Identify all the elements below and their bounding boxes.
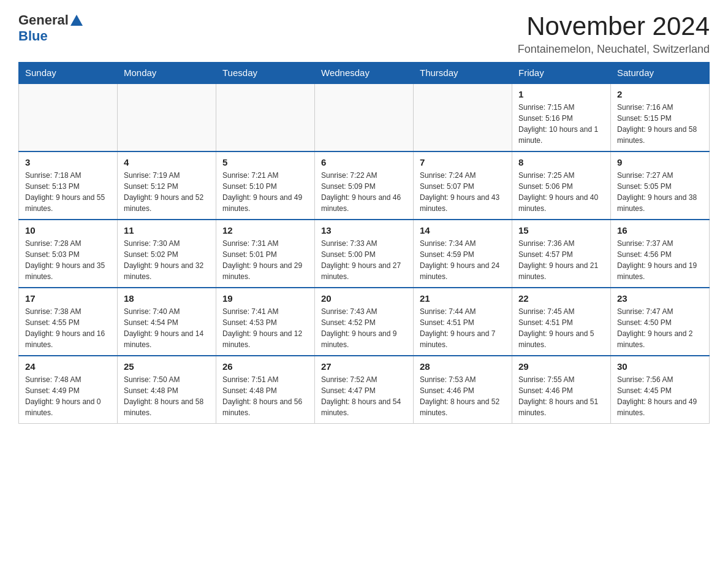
day-number: 8 xyxy=(518,157,604,167)
calendar-cell: 5Sunrise: 7:21 AM Sunset: 5:10 PM Daylig… xyxy=(216,151,315,220)
day-number: 1 xyxy=(518,89,604,99)
day-number: 11 xyxy=(124,225,210,236)
day-info: Sunrise: 7:50 AM Sunset: 4:48 PM Dayligh… xyxy=(124,374,210,418)
calendar-cell: 12Sunrise: 7:31 AM Sunset: 5:01 PM Dayli… xyxy=(216,220,315,288)
day-number: 15 xyxy=(518,225,604,236)
day-number: 22 xyxy=(518,293,604,304)
calendar-week-row: 10Sunrise: 7:28 AM Sunset: 5:03 PM Dayli… xyxy=(19,220,710,288)
calendar-cell: 7Sunrise: 7:24 AM Sunset: 5:07 PM Daylig… xyxy=(414,151,512,220)
calendar-cell: 18Sunrise: 7:40 AM Sunset: 4:54 PM Dayli… xyxy=(118,288,216,356)
day-info: Sunrise: 7:56 AM Sunset: 4:45 PM Dayligh… xyxy=(617,374,703,418)
calendar-header-monday: Monday xyxy=(118,63,216,84)
day-info: Sunrise: 7:52 AM Sunset: 4:47 PM Dayligh… xyxy=(321,374,407,418)
calendar-cell: 19Sunrise: 7:41 AM Sunset: 4:53 PM Dayli… xyxy=(216,288,315,356)
main-title: November 2024 xyxy=(518,12,710,40)
calendar-cell: 16Sunrise: 7:37 AM Sunset: 4:56 PM Dayli… xyxy=(611,220,710,288)
page-header: General Blue November 2024 Fontainemelon… xyxy=(18,12,710,56)
calendar-cell: 20Sunrise: 7:43 AM Sunset: 4:52 PM Dayli… xyxy=(315,288,414,356)
calendar-cell: 3Sunrise: 7:18 AM Sunset: 5:13 PM Daylig… xyxy=(19,151,118,220)
calendar-cell: 4Sunrise: 7:19 AM Sunset: 5:12 PM Daylig… xyxy=(118,151,216,220)
day-info: Sunrise: 7:19 AM Sunset: 5:12 PM Dayligh… xyxy=(124,170,210,214)
day-info: Sunrise: 7:30 AM Sunset: 5:02 PM Dayligh… xyxy=(124,238,210,282)
day-info: Sunrise: 7:47 AM Sunset: 4:50 PM Dayligh… xyxy=(617,306,703,350)
day-number: 3 xyxy=(25,157,111,167)
title-block: November 2024 Fontainemelon, Neuchatel, … xyxy=(518,12,710,56)
day-number: 10 xyxy=(25,225,111,236)
calendar-cell: 23Sunrise: 7:47 AM Sunset: 4:50 PM Dayli… xyxy=(611,288,710,356)
logo-general-text: General xyxy=(18,12,69,28)
day-info: Sunrise: 7:15 AM Sunset: 5:16 PM Dayligh… xyxy=(518,102,604,146)
calendar-table: SundayMondayTuesdayWednesdayThursdayFrid… xyxy=(18,62,710,424)
calendar-week-row: 3Sunrise: 7:18 AM Sunset: 5:13 PM Daylig… xyxy=(19,151,710,220)
calendar-cell xyxy=(216,83,315,151)
calendar-cell: 13Sunrise: 7:33 AM Sunset: 5:00 PM Dayli… xyxy=(315,220,414,288)
day-info: Sunrise: 7:40 AM Sunset: 4:54 PM Dayligh… xyxy=(124,306,210,350)
calendar-cell: 9Sunrise: 7:27 AM Sunset: 5:05 PM Daylig… xyxy=(611,151,710,220)
day-info: Sunrise: 7:43 AM Sunset: 4:52 PM Dayligh… xyxy=(321,306,407,350)
day-info: Sunrise: 7:37 AM Sunset: 4:56 PM Dayligh… xyxy=(617,238,703,282)
day-number: 5 xyxy=(222,157,308,167)
calendar-cell: 2Sunrise: 7:16 AM Sunset: 5:15 PM Daylig… xyxy=(611,83,710,151)
day-info: Sunrise: 7:25 AM Sunset: 5:06 PM Dayligh… xyxy=(518,170,604,214)
day-number: 17 xyxy=(25,293,111,304)
day-info: Sunrise: 7:27 AM Sunset: 5:05 PM Dayligh… xyxy=(617,170,703,214)
calendar-cell xyxy=(414,83,512,151)
day-info: Sunrise: 7:55 AM Sunset: 4:46 PM Dayligh… xyxy=(518,374,604,418)
day-info: Sunrise: 7:21 AM Sunset: 5:10 PM Dayligh… xyxy=(222,170,308,214)
subtitle: Fontainemelon, Neuchatel, Switzerland xyxy=(518,43,710,56)
day-number: 4 xyxy=(124,157,210,167)
day-number: 13 xyxy=(321,225,407,236)
calendar-header-friday: Friday xyxy=(512,63,611,84)
day-number: 26 xyxy=(222,361,308,372)
calendar-cell: 1Sunrise: 7:15 AM Sunset: 5:16 PM Daylig… xyxy=(512,83,611,151)
calendar-cell: 29Sunrise: 7:55 AM Sunset: 4:46 PM Dayli… xyxy=(512,356,611,424)
day-info: Sunrise: 7:24 AM Sunset: 5:07 PM Dayligh… xyxy=(420,170,506,214)
day-number: 21 xyxy=(420,293,506,304)
calendar-cell: 11Sunrise: 7:30 AM Sunset: 5:02 PM Dayli… xyxy=(118,220,216,288)
calendar-cell: 25Sunrise: 7:50 AM Sunset: 4:48 PM Dayli… xyxy=(118,356,216,424)
calendar-cell xyxy=(19,83,118,151)
day-info: Sunrise: 7:31 AM Sunset: 5:01 PM Dayligh… xyxy=(222,238,308,282)
day-info: Sunrise: 7:22 AM Sunset: 5:09 PM Dayligh… xyxy=(321,170,407,214)
calendar-header-sunday: Sunday xyxy=(19,63,118,84)
calendar-cell: 6Sunrise: 7:22 AM Sunset: 5:09 PM Daylig… xyxy=(315,151,414,220)
calendar-cell: 24Sunrise: 7:48 AM Sunset: 4:49 PM Dayli… xyxy=(19,356,118,424)
day-number: 9 xyxy=(617,157,703,167)
day-info: Sunrise: 7:48 AM Sunset: 4:49 PM Dayligh… xyxy=(25,374,111,418)
calendar-cell xyxy=(118,83,216,151)
day-info: Sunrise: 7:16 AM Sunset: 5:15 PM Dayligh… xyxy=(617,102,703,146)
day-number: 29 xyxy=(518,361,604,372)
day-number: 6 xyxy=(321,157,407,167)
calendar-cell: 30Sunrise: 7:56 AM Sunset: 4:45 PM Dayli… xyxy=(611,356,710,424)
day-info: Sunrise: 7:38 AM Sunset: 4:55 PM Dayligh… xyxy=(25,306,111,350)
calendar-week-row: 17Sunrise: 7:38 AM Sunset: 4:55 PM Dayli… xyxy=(19,288,710,356)
calendar-cell: 8Sunrise: 7:25 AM Sunset: 5:06 PM Daylig… xyxy=(512,151,611,220)
day-number: 19 xyxy=(222,293,308,304)
day-number: 12 xyxy=(222,225,308,236)
calendar-header-tuesday: Tuesday xyxy=(216,63,315,84)
calendar-week-row: 24Sunrise: 7:48 AM Sunset: 4:49 PM Dayli… xyxy=(19,356,710,424)
logo-triangle-icon xyxy=(70,15,83,26)
calendar-cell: 10Sunrise: 7:28 AM Sunset: 5:03 PM Dayli… xyxy=(19,220,118,288)
calendar-cell: 21Sunrise: 7:44 AM Sunset: 4:51 PM Dayli… xyxy=(414,288,512,356)
day-number: 14 xyxy=(420,225,506,236)
day-number: 23 xyxy=(617,293,703,304)
day-info: Sunrise: 7:28 AM Sunset: 5:03 PM Dayligh… xyxy=(25,238,111,282)
calendar-cell: 14Sunrise: 7:34 AM Sunset: 4:59 PM Dayli… xyxy=(414,220,512,288)
day-info: Sunrise: 7:18 AM Sunset: 5:13 PM Dayligh… xyxy=(25,170,111,214)
logo: General Blue xyxy=(18,12,85,44)
day-info: Sunrise: 7:51 AM Sunset: 4:48 PM Dayligh… xyxy=(222,374,308,418)
calendar-cell: 26Sunrise: 7:51 AM Sunset: 4:48 PM Dayli… xyxy=(216,356,315,424)
logo-blue-text: Blue xyxy=(18,28,48,44)
calendar-cell: 28Sunrise: 7:53 AM Sunset: 4:46 PM Dayli… xyxy=(414,356,512,424)
calendar-header-row: SundayMondayTuesdayWednesdayThursdayFrid… xyxy=(19,63,710,84)
day-number: 7 xyxy=(420,157,506,167)
calendar-cell: 17Sunrise: 7:38 AM Sunset: 4:55 PM Dayli… xyxy=(19,288,118,356)
day-number: 28 xyxy=(420,361,506,372)
calendar-header-thursday: Thursday xyxy=(414,63,512,84)
day-number: 2 xyxy=(617,89,703,99)
day-number: 30 xyxy=(617,361,703,372)
calendar-cell: 22Sunrise: 7:45 AM Sunset: 4:51 PM Dayli… xyxy=(512,288,611,356)
day-number: 20 xyxy=(321,293,407,304)
calendar-cell: 27Sunrise: 7:52 AM Sunset: 4:47 PM Dayli… xyxy=(315,356,414,424)
